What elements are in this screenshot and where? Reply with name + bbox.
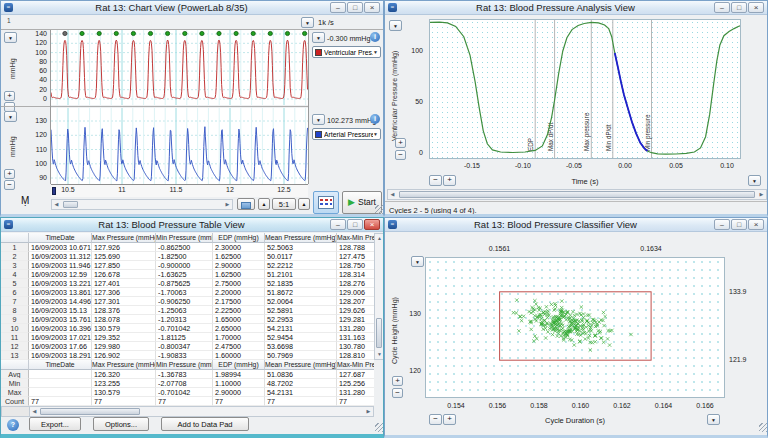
channel2-dropdown[interactable]: ▼ <box>4 111 17 122</box>
channel1-color-swatch <box>315 49 322 56</box>
analysis-options-dropdown[interactable]: ▼ <box>389 20 402 31</box>
time-scrollbar[interactable]: ◀ ▶ <box>51 199 233 210</box>
scrollbar-thumb[interactable] <box>399 191 755 198</box>
analysis-scrollbar[interactable]: ◀ ▶ <box>387 189 767 200</box>
export-button[interactable]: Export... <box>29 417 81 431</box>
table-row[interactable]: 116/09/2003 10.671127.926-0.8625002.3000… <box>1 243 374 252</box>
y-zoom-out-button[interactable]: − <box>392 388 403 398</box>
table-row[interactable]: Max130.579-0.7010422.9000054.2131131.280 <box>1 388 374 397</box>
close-button[interactable]: × <box>748 219 764 230</box>
table-cell: 128.376 <box>92 306 156 315</box>
ventricular-pressure-plot[interactable] <box>51 30 308 105</box>
table-row[interactable]: 316/09/2003 11.946127.850-0.9000002.9000… <box>1 261 374 270</box>
scroll-to-end-button[interactable] <box>237 198 255 210</box>
close-button[interactable]: × <box>364 219 380 230</box>
table-row[interactable]: 816/09/2003 15.13128.376-1.250632.225005… <box>1 306 374 315</box>
scroll-right-icon[interactable]: ▶ <box>223 200 232 209</box>
channel2-selector[interactable]: Arterial Pressure ▼ <box>312 128 381 140</box>
maximize-button[interactable]: □ <box>347 219 363 230</box>
x-axis-dropdown[interactable]: ▼ <box>707 414 720 425</box>
scrollbar-thumb[interactable] <box>376 318 382 348</box>
channel-splitter[interactable] <box>1 106 308 107</box>
x-zoom-in-button[interactable]: + <box>443 414 456 425</box>
table-row[interactable]: TimeDateMax Pressure (mmHg)Min Pressure … <box>1 360 374 370</box>
compression-ratio[interactable]: 5:1 <box>272 198 296 210</box>
channel1-info-icon[interactable]: i <box>370 32 380 42</box>
table-row[interactable]: Count777777777777 <box>1 397 374 406</box>
channel1-dropdown[interactable]: ▼ <box>4 32 17 43</box>
compress-time-button[interactable]: ▲ <box>258 198 270 210</box>
block-marker: 1 <box>7 17 11 24</box>
resize-grip[interactable] <box>759 423 768 432</box>
maximize-button[interactable]: □ <box>347 2 363 13</box>
channel2-zoom-in-button[interactable]: + <box>4 169 15 179</box>
table-row[interactable]: TimeDateMax Pressure (mmHg)Min Pressure … <box>1 233 374 243</box>
x-zoom-in-button[interactable]: + <box>443 175 456 186</box>
table-row[interactable]: 1216/09/2003 17.66129.980-0.8003472.4750… <box>1 342 374 351</box>
table-row[interactable]: Avg126.320-1.367831.9899451.0836127.687 <box>1 370 374 379</box>
table-row[interactable]: 916/09/2003 15.761128.078-1.203131.65000… <box>1 315 374 324</box>
close-button[interactable]: × <box>364 2 380 13</box>
channel1-zoom-in-button[interactable]: + <box>4 91 15 101</box>
classifier-plot[interactable] <box>425 257 725 398</box>
channel2-info-icon[interactable]: i <box>370 114 380 124</box>
minimize-button[interactable]: – <box>714 2 730 13</box>
scrollbar-thumb[interactable] <box>63 201 78 208</box>
table-row[interactable]: Min123.255-2.077081.1000048.7202125.256 <box>1 379 374 388</box>
rate-dropdown[interactable]: ▼ <box>301 17 314 28</box>
classifier-options-dropdown[interactable]: ▼ <box>411 256 424 267</box>
table-row[interactable]: 516/09/2003 13.221127.401-0.8756252.7500… <box>1 279 374 288</box>
tick-label: 0.1634 <box>636 245 666 252</box>
channel2-value-dropdown[interactable]: ▼ <box>312 114 325 125</box>
titlebar-analysis-view[interactable]: ≈ Rat 13: Blood Pressure Analysis View –… <box>385 1 767 15</box>
help-icon[interactable]: ? <box>7 419 19 431</box>
scroll-right-icon[interactable]: ▶ <box>364 407 373 416</box>
table-row[interactable]: 716/09/2003 14.496127.301-0.9062502.1750… <box>1 297 374 306</box>
x-zoom-out-button[interactable]: − <box>429 414 442 425</box>
channel1-selector[interactable]: Ventricular Pres... ▼ <box>312 46 381 58</box>
y-zoom-in-button[interactable]: + <box>395 138 406 148</box>
scrollbar-thumb[interactable] <box>40 408 140 415</box>
x-axis-dropdown[interactable]: ▼ <box>748 175 761 186</box>
minimize-button[interactable]: – <box>714 219 730 230</box>
table-row[interactable]: 616/09/2003 13.861127.306-1.700632.20000… <box>1 288 374 297</box>
tick-label: 120 <box>403 367 421 374</box>
options-button[interactable]: Options... <box>93 417 149 431</box>
summary-table[interactable]: TimeDateMax Pressure (mmHg)Min Pressure … <box>1 360 374 406</box>
x-zoom-out-button[interactable]: − <box>429 175 442 186</box>
expand-time-button[interactable]: ▲ <box>298 198 310 210</box>
resize-grip[interactable] <box>375 205 384 214</box>
resize-grip[interactable] <box>375 423 384 432</box>
table-row[interactable]: 1016/09/2003 16.396130.579-0.7010422.650… <box>1 324 374 333</box>
minimize-button[interactable]: – <box>330 219 346 230</box>
y-zoom-in-button[interactable]: + <box>392 376 403 386</box>
channel1-value-dropdown[interactable]: ▼ <box>312 32 325 43</box>
titlebar-classifier-view[interactable]: ≈ Rat 13: Blood Pressure Classifier View… <box>385 218 767 232</box>
table-row[interactable]: 1316/09/2003 18.291126.902-1.908331.6000… <box>1 351 374 360</box>
analysis-plot[interactable]: EDPMax dP/dtMax pressureMin dP/dtMin pre… <box>429 19 741 159</box>
scroll-right-icon[interactable]: ▶ <box>757 190 766 199</box>
maximize-button[interactable]: □ <box>731 2 747 13</box>
data-table[interactable]: TimeDateMax Pressure (mmHg)Min Pressure … <box>1 233 374 360</box>
table-row[interactable]: 1116/09/2003 17.021129.352-1.811251.7000… <box>1 333 374 342</box>
scroll-left-icon[interactable]: ◀ <box>388 190 397 199</box>
titlebar-chart-view[interactable]: ≈ Rat 13: Chart View (PowerLab 8/35) – □… <box>1 1 383 15</box>
add-to-data-pad-button[interactable]: Add to Data Pad <box>161 417 249 431</box>
table-hscrollbar[interactable]: ◀ ▶ <box>29 406 374 417</box>
scroll-left-icon[interactable]: ◀ <box>52 200 61 209</box>
channel2-zoom-out-button[interactable]: − <box>4 180 15 190</box>
tick-label: 120 <box>25 39 47 46</box>
chart-mode-button[interactable] <box>313 191 339 214</box>
scroll-left-icon[interactable]: ◀ <box>30 407 39 416</box>
scroll-down-icon[interactable]: ▼ <box>375 350 384 359</box>
close-button[interactable]: × <box>748 2 764 13</box>
minimize-button[interactable]: – <box>330 2 346 13</box>
titlebar-table-view[interactable]: ≈ Rat 13: Blood Pressure Table View – □ … <box>1 218 383 232</box>
table-row[interactable]: 416/09/2003 12.59126.678-1.636251.625005… <box>1 270 374 279</box>
scroll-up-icon[interactable]: ▲ <box>375 234 384 243</box>
maximize-button[interactable]: □ <box>731 219 747 230</box>
marker-tool-icon[interactable]: Ṃ <box>21 195 29 206</box>
arterial-pressure-plot[interactable] <box>51 108 308 184</box>
table-row[interactable]: 216/09/2003 11.312125.690-1.825001.62500… <box>1 252 374 261</box>
table-vscrollbar[interactable]: ▲ ▼ <box>374 233 384 360</box>
